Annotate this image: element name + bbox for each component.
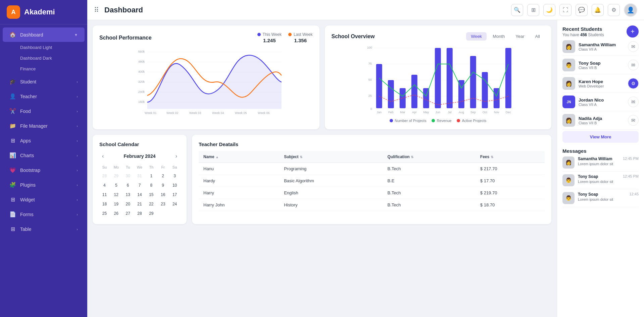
sidebar-item-student[interactable]: 🎓 Student › bbox=[3, 74, 85, 89]
cal-day-25[interactable]: 25 bbox=[99, 209, 110, 217]
teacher-subject: Programing bbox=[279, 163, 383, 175]
mail-button-1[interactable]: ✉ bbox=[628, 60, 639, 70]
sidebar-item-bootstrap[interactable]: 💗 Bootstrap › bbox=[3, 163, 85, 177]
col-fees[interactable]: Fees ⇅ bbox=[476, 151, 545, 163]
grid-view-button[interactable]: ⊞ bbox=[527, 4, 539, 16]
cal-prev-30[interactable]: 30 bbox=[123, 172, 133, 180]
svg-text:Week 06: Week 06 bbox=[258, 111, 269, 115]
sidebar-item-charts[interactable]: 📊 Charts › bbox=[3, 148, 85, 163]
cal-day-4[interactable]: 4 bbox=[99, 181, 110, 189]
mail-button-4[interactable]: ✉ bbox=[628, 115, 639, 126]
msg-name-2: Tony Soap bbox=[578, 192, 598, 197]
sidebar-item-widget[interactable]: ⊞ Widget › bbox=[3, 192, 85, 207]
chat-button[interactable]: 💬 bbox=[576, 4, 588, 16]
cal-day-9[interactable]: 9 bbox=[158, 181, 168, 189]
student-class-2: Web Developer bbox=[579, 84, 625, 88]
mail-button-0[interactable]: ✉ bbox=[628, 41, 639, 52]
cal-day-17[interactable]: 17 bbox=[169, 191, 180, 199]
cal-day-1[interactable]: 1 bbox=[146, 172, 156, 180]
perf-chart: 560k 480k 400k 320k 240k 160k bbox=[99, 49, 313, 117]
cal-day-26[interactable]: 26 bbox=[111, 209, 121, 217]
tab-all[interactable]: All bbox=[531, 32, 545, 41]
search-button[interactable]: 🔍 bbox=[511, 4, 523, 16]
cal-day-18[interactable]: 18 bbox=[99, 200, 110, 208]
sidebar-item-food[interactable]: ✂️ Food › bbox=[3, 104, 85, 118]
bootstrap-icon: 💗 bbox=[9, 167, 16, 173]
message-item-1: 👨 Tony Soap 12:45 PM Lorem ipsum dolor s… bbox=[562, 172, 639, 189]
user-avatar[interactable]: 👤 bbox=[624, 3, 637, 17]
next-month-button[interactable]: › bbox=[173, 152, 180, 160]
svg-text:Week 05: Week 05 bbox=[235, 111, 247, 115]
cal-prev-29[interactable]: 29 bbox=[111, 172, 121, 180]
settings-button[interactable]: ⚙ bbox=[608, 4, 620, 16]
svg-text:Jun: Jun bbox=[435, 111, 440, 114]
cal-day-3[interactable]: 3 bbox=[169, 172, 180, 180]
student-avatar-4: 👩 bbox=[562, 114, 575, 127]
mail-button-3[interactable]: ✉ bbox=[628, 97, 639, 107]
prev-month-button[interactable]: ‹ bbox=[99, 152, 106, 160]
projects-label: Number of Projects bbox=[395, 119, 426, 123]
sidebar-item-dashboard-dark[interactable]: Dashboard Dark bbox=[3, 53, 85, 63]
teacher-qualification: B.E bbox=[383, 175, 476, 187]
cal-day-16[interactable]: 16 bbox=[158, 191, 168, 199]
col-name[interactable]: Name ▲ bbox=[199, 151, 279, 163]
top-row: School Performance This Week 1.245 bbox=[93, 25, 551, 129]
recent-students-title-area: Recent Students You have 456 Students bbox=[562, 26, 604, 37]
cal-day-19[interactable]: 19 bbox=[111, 200, 121, 208]
tab-year[interactable]: Year bbox=[511, 32, 529, 41]
message-item-2: 👨 Tony Soap 12:45 Lorem ipsum dolor sit bbox=[562, 189, 639, 207]
sidebar-item-table[interactable]: ⊞ Table › bbox=[3, 222, 85, 236]
cal-day-28[interactable]: 28 bbox=[135, 209, 145, 217]
cal-day-21[interactable]: 21 bbox=[135, 200, 145, 208]
student-list: 👩 Samantha William Class VII A ✉ 👨 Tony … bbox=[562, 38, 639, 130]
sidebar-item-finance[interactable]: Finance bbox=[3, 64, 85, 74]
col-qualification[interactable]: Qulification ⇅ bbox=[383, 151, 476, 163]
svg-text:Oct: Oct bbox=[482, 111, 487, 114]
sidebar-item-file-manager[interactable]: 📁 File Manager › bbox=[3, 119, 85, 133]
sidebar-item-teacher[interactable]: 👤 Teacher › bbox=[3, 89, 85, 104]
tab-week[interactable]: Week bbox=[466, 32, 487, 41]
sidebar-label-bootstrap: Bootstrap bbox=[20, 168, 72, 173]
page-title: Dashboard bbox=[104, 6, 507, 14]
cal-day-13[interactable]: 13 bbox=[123, 191, 133, 199]
cal-prev-28[interactable]: 28 bbox=[99, 172, 110, 180]
cal-day-8[interactable]: 8 bbox=[146, 181, 156, 189]
fullscreen-button[interactable]: ⛶ bbox=[559, 4, 572, 16]
sidebar-item-dashboard[interactable]: 🏠 Dashboard ▼ bbox=[3, 27, 85, 42]
cal-day-23[interactable]: 23 bbox=[158, 200, 168, 208]
tab-month[interactable]: Month bbox=[488, 32, 509, 41]
view-more-button[interactable]: View More bbox=[562, 131, 639, 143]
messages-list: 👩 Samantha William 12:45 PM Lorem ipsum … bbox=[562, 154, 639, 207]
sidebar-item-apps[interactable]: ⊞ Apps › bbox=[3, 133, 85, 148]
cal-prev-31[interactable]: 31 bbox=[135, 172, 145, 180]
cal-day-11[interactable]: 11 bbox=[99, 191, 110, 199]
message-item-0: 👩 Samantha William 12:45 PM Lorem ipsum … bbox=[562, 154, 639, 172]
dark-mode-button[interactable]: 🌙 bbox=[543, 4, 555, 16]
col-subject[interactable]: Subject ⇅ bbox=[279, 151, 383, 163]
cal-day-6[interactable]: 6 bbox=[123, 181, 133, 189]
mail-button-2[interactable]: ⚙ bbox=[628, 78, 639, 89]
day-header-fr: Fr bbox=[158, 164, 168, 171]
cal-day-24[interactable]: 24 bbox=[169, 200, 180, 208]
cal-day-10[interactable]: 10 bbox=[169, 181, 180, 189]
add-student-button[interactable]: + bbox=[627, 25, 639, 38]
cal-day-12[interactable]: 12 bbox=[111, 191, 121, 199]
cal-day-22[interactable]: 22 bbox=[146, 200, 156, 208]
sidebar-item-forms[interactable]: 📄 Forms › bbox=[3, 207, 85, 221]
cal-day-20[interactable]: 20 bbox=[123, 200, 133, 208]
recent-students-subtitle: You have 456 Students bbox=[562, 33, 604, 37]
student-class-0: Class VII A bbox=[579, 47, 625, 51]
sidebar-item-dashboard-light[interactable]: Dashboard Light bbox=[3, 42, 85, 53]
legend-this-week: This Week 1.245 bbox=[257, 32, 282, 43]
svg-text:Jul: Jul bbox=[447, 111, 451, 114]
sidebar-item-plugins[interactable]: 🧩 Plugins › bbox=[3, 178, 85, 192]
cal-day-5[interactable]: 5 bbox=[111, 181, 121, 189]
cal-day-27[interactable]: 27 bbox=[123, 209, 133, 217]
cal-day-7[interactable]: 7 bbox=[135, 181, 145, 189]
cal-day-2[interactable]: 2 bbox=[158, 172, 168, 180]
notification-button[interactable]: 🔔 bbox=[592, 4, 604, 16]
legend-active-projects: Active Projects bbox=[457, 119, 486, 123]
cal-day-14[interactable]: 14 bbox=[135, 191, 145, 199]
cal-day-29[interactable]: 29 bbox=[146, 209, 156, 217]
cal-day-15[interactable]: 15 bbox=[146, 191, 156, 199]
